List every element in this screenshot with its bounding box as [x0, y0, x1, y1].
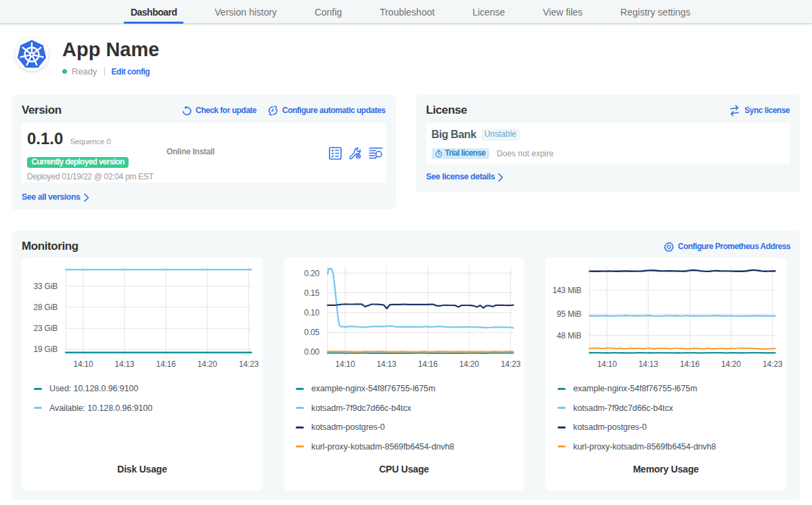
svg-text:14:16: 14:16 [418, 359, 438, 369]
svg-text:14:10: 14:10 [597, 359, 617, 369]
svg-text:14:13: 14:13 [638, 359, 658, 369]
svg-text:19 GiB: 19 GiB [34, 345, 58, 354]
svg-text:0.10: 0.10 [304, 308, 319, 317]
svg-text:14:13: 14:13 [114, 359, 135, 369]
svg-text:14:23: 14:23 [501, 359, 520, 369]
svg-text:14:23: 14:23 [239, 359, 258, 369]
svg-text:23 GiB: 23 GiB [34, 324, 58, 333]
svg-text:0.20: 0.20 [304, 269, 319, 278]
svg-text:14:23: 14:23 [763, 359, 782, 369]
svg-text:0.05: 0.05 [304, 328, 319, 337]
svg-text:14:20: 14:20 [198, 359, 218, 369]
svg-text:14:16: 14:16 [156, 359, 177, 369]
svg-text:0.00: 0.00 [304, 347, 319, 357]
svg-text:14:13: 14:13 [376, 359, 397, 369]
svg-text:0.15: 0.15 [304, 288, 319, 298]
svg-text:14:10: 14:10 [73, 359, 93, 369]
svg-text:14:20: 14:20 [721, 359, 742, 369]
svg-text:14:20: 14:20 [459, 359, 480, 369]
svg-text:143 MiB: 143 MiB [552, 286, 581, 295]
svg-text:28 GiB: 28 GiB [34, 303, 58, 312]
svg-text:48 MiB: 48 MiB [557, 331, 581, 341]
svg-text:33 GiB: 33 GiB [34, 282, 58, 291]
svg-text:95 MiB: 95 MiB [557, 309, 581, 319]
svg-text:14:16: 14:16 [680, 359, 700, 369]
svg-text:14:10: 14:10 [335, 359, 355, 369]
